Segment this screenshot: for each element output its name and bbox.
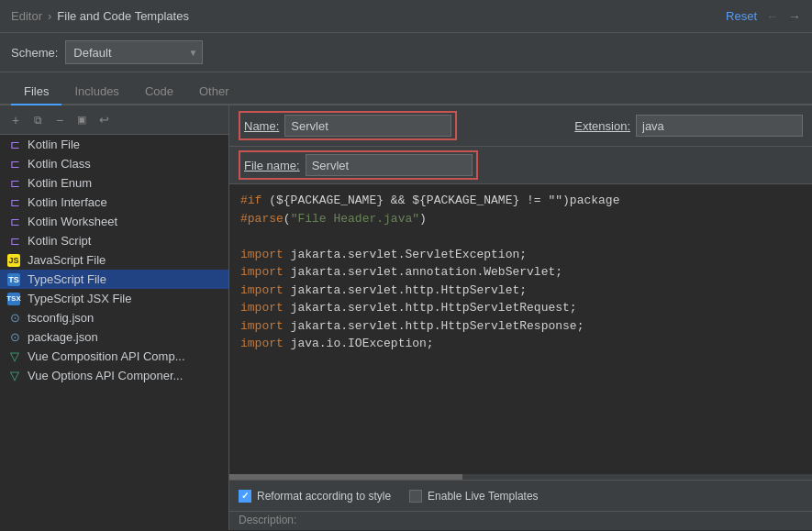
code-text: jakarta.servlet.http.HttpServletResponse… [284,319,584,333]
file-item-label: package.json [28,330,98,344]
list-item[interactable]: ▽ Vue Options API Componer... [0,366,228,385]
left-panel: + ⧉ − ▣ ↩ ⊏ Kotlin File ⊏ Kotlin Class ⊏… [0,105,229,530]
kotlin-icon: ⊏ [7,157,22,171]
js-icon: JS [7,254,22,267]
name-group: Name: [239,111,457,140]
remove-button[interactable]: − [50,110,70,130]
code-line: import jakarta.servlet.http.HttpServletR… [240,299,801,317]
header-title: File and Code Templates [57,9,189,23]
file-item-label: TypeScript File [28,272,106,286]
list-item[interactable]: ⊏ Kotlin Enum [0,173,228,193]
bottom-options-row: ✓ Reformat according to style Enable Liv… [229,480,812,511]
back-button[interactable]: ← [766,9,779,24]
file-item-label: Kotlin Interface [28,195,107,209]
forward-button[interactable]: → [788,9,801,24]
list-item[interactable]: ▽ Vue Composition API Comp... [0,347,228,366]
list-item[interactable]: ⊏ Kotlin Worksheet [0,212,228,231]
tab-code[interactable]: Code [132,79,186,105]
code-line: import jakarta.servlet.http.HttpServletR… [240,317,801,336]
main-content: + ⧉ − ▣ ↩ ⊏ Kotlin File ⊏ Kotlin Class ⊏… [0,105,812,530]
kotlin-icon: ⊏ [7,234,22,248]
keyword: import [240,337,284,350]
vue-icon: ▽ [7,369,22,382]
code-line: #if (${PACKAGE_NAME} && ${PACKAGE_NAME} … [240,192,801,210]
extension-input[interactable] [636,115,803,137]
copy-button[interactable]: ⧉ [28,110,48,130]
header-bar: Editor › File and Code Templates Reset ←… [0,0,812,33]
kotlin-icon: ⊏ [7,195,22,209]
config-icon: ⊙ [7,330,22,344]
extension-label: Extension: [574,119,630,133]
add-button[interactable]: + [6,110,26,130]
code-text: jakarta.servlet.ServletException; [284,248,527,261]
kotlin-icon: ⊏ [7,138,22,151]
config-icon: ⊙ [7,311,22,325]
file-item-label: Vue Composition API Comp... [28,349,185,363]
reformat-label: Reformat according to style [257,490,391,503]
string-literal: "File Header.java" [291,212,419,226]
scrollbar-track [229,474,812,480]
file-item-label: Kotlin Worksheet [28,215,117,228]
reformat-checkbox-group: ✓ Reformat according to style [239,490,391,503]
name-extension-row: Name: Extension: [229,105,812,147]
list-item[interactable]: JS JavaScript File [0,250,228,270]
save-button[interactable]: ▣ [72,110,92,130]
live-templates-checkbox-group: Enable Live Templates [409,490,539,503]
file-item-label: Kotlin Enum [28,176,92,190]
scheme-row: Scheme: Default [0,33,812,72]
file-item-label: Kotlin File [28,138,80,151]
breadcrumb-separator: › [48,9,51,23]
filename-group: File name: [239,150,478,180]
file-item-label: Kotlin Script [28,234,91,248]
tab-other[interactable]: Other [186,79,242,105]
tab-includes[interactable]: Includes [61,79,131,105]
keyword: import [240,248,284,261]
breadcrumb: Editor › File and Code Templates [11,9,189,23]
list-item-selected[interactable]: TS TypeScript File [0,270,228,289]
name-label: Name: [244,119,279,133]
ts-icon: TS [7,273,22,286]
keyword: import [240,265,284,279]
scheme-select[interactable]: Default [65,40,203,64]
list-item[interactable]: TSX TypeScript JSX File [0,289,228,308]
reformat-checkbox[interactable]: ✓ [239,490,251,503]
list-item[interactable]: ⊙ tsconfig.json [0,308,228,327]
code-text: ) [419,212,427,226]
kotlin-icon: ⊏ [7,215,22,228]
code-text: jakarta.servlet.http.HttpServlet; [284,283,527,297]
description-row: Description: [229,511,812,530]
header-actions: Reset ← → [726,9,801,24]
filename-input[interactable] [306,154,473,176]
scheme-select-wrapper: Default [65,40,203,64]
tab-files[interactable]: Files [11,79,61,105]
code-line: import java.io.IOException; [240,335,801,353]
list-item[interactable]: ⊏ Kotlin File [0,135,228,154]
file-item-label: Kotlin Class [28,157,91,171]
file-list: ⊏ Kotlin File ⊏ Kotlin Class ⊏ Kotlin En… [0,135,228,530]
code-line: import jakarta.servlet.ServletException; [240,246,801,264]
vue-icon: ▽ [7,349,22,363]
reset-button[interactable]: Reset [726,9,757,23]
list-item[interactable]: ⊏ Kotlin Interface [0,193,228,212]
file-item-label: tsconfig.json [28,311,94,325]
list-item[interactable]: ⊏ Kotlin Script [0,231,228,250]
file-item-label: TypeScript JSX File [28,292,131,305]
name-input[interactable] [284,115,451,137]
code-text: jakarta.servlet.http.HttpServletRequest; [284,301,577,315]
kotlin-icon: ⊏ [7,176,22,190]
extension-group: Extension: [574,115,803,137]
live-templates-checkbox[interactable] [409,490,422,503]
code-line: import jakarta.servlet.annotation.WebSer… [240,263,801,282]
code-text: jakarta.servlet.annotation.WebServlet; [284,265,562,279]
scrollbar-thumb[interactable] [229,474,462,480]
checkmark-icon: ✓ [241,491,249,501]
keyword: import [240,319,284,333]
list-item[interactable]: ⊏ Kotlin Class [0,154,228,173]
code-editor[interactable]: #if (${PACKAGE_NAME} && ${PACKAGE_NAME} … [229,184,812,474]
live-templates-label: Enable Live Templates [428,490,539,503]
breadcrumb-editor[interactable]: Editor [11,9,42,23]
undo-button[interactable]: ↩ [94,110,114,130]
code-text: java.io.IOException; [284,337,434,350]
list-item[interactable]: ⊙ package.json [0,327,228,347]
filename-label: File name: [244,159,300,172]
